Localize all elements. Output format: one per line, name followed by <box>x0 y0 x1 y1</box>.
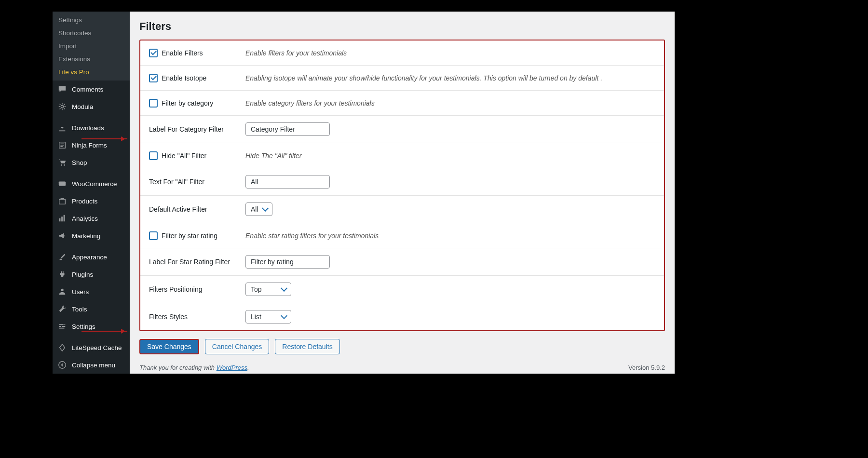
menu-label: Settings <box>72 323 95 330</box>
row-label-star-filter: Label For Star Rating Filter <box>140 248 664 276</box>
menu-item-tools[interactable]: Tools <box>53 300 130 318</box>
section-title: Filters <box>139 20 665 33</box>
menu-item-modula[interactable]: Modula <box>53 98 130 115</box>
row-filters-positioning: Filters Positioning Top <box>140 276 664 303</box>
row-text-all-filter: Text For "All" Filter <box>140 168 664 196</box>
submenu-group: Settings Shortcodes Import Extensions Li… <box>53 12 130 81</box>
field-desc: Hide The "All" filter <box>245 152 655 160</box>
save-button[interactable]: Save Changes <box>139 339 199 354</box>
menu-item-appearance[interactable]: Appearance <box>53 248 130 266</box>
checkbox-label: Filter by category <box>162 99 213 107</box>
checkbox-label: Enable Isotope <box>162 74 206 82</box>
row-label: Label For Star Rating Filter <box>149 258 245 266</box>
gear-icon <box>57 102 67 111</box>
menu-item-products[interactable]: Products <box>53 192 130 210</box>
checkbox-enable-isotope[interactable] <box>149 74 158 82</box>
svg-rect-7 <box>61 216 63 221</box>
field-desc: Enable star rating filters for your test… <box>245 232 655 240</box>
submenu-item-shortcodes[interactable]: Shortcodes <box>53 27 130 40</box>
filters-panel: Enable Filters Enable filters for your t… <box>139 40 665 331</box>
row-label: Label For Category Filter <box>149 125 245 133</box>
menu-item-users[interactable]: Users <box>53 283 130 300</box>
menu-label: Downloads <box>72 124 104 132</box>
row-default-active-filter: Default Active Filter All <box>140 196 664 223</box>
svg-rect-4 <box>59 182 66 186</box>
megaphone-icon <box>57 231 67 241</box>
svg-rect-6 <box>59 218 61 221</box>
restore-button[interactable]: Restore Defaults <box>275 339 339 354</box>
menu-item-marketing[interactable]: Marketing <box>53 227 130 244</box>
annotation-arrow-icon <box>81 138 127 139</box>
sliders-icon <box>57 322 67 331</box>
submenu-item-extensions[interactable]: Extensions <box>53 53 130 66</box>
checkbox-filter-by-star[interactable] <box>149 231 158 240</box>
wrench-icon <box>57 304 67 314</box>
submenu-item-settings[interactable]: Settings <box>53 13 130 27</box>
select-filters-styles[interactable]: List <box>245 310 291 323</box>
menu-label: Ninja Forms <box>72 142 107 149</box>
svg-point-3 <box>64 164 65 166</box>
user-icon <box>57 287 67 296</box>
checkbox-hide-all-filter[interactable] <box>149 151 158 160</box>
menu-item-comments[interactable]: Comments <box>53 81 130 98</box>
svg-point-2 <box>61 164 62 166</box>
menu-item-plugins[interactable]: Plugins <box>53 266 130 283</box>
checkbox-label: Enable Filters <box>162 49 203 57</box>
select-filters-positioning[interactable]: Top <box>245 283 291 296</box>
field-desc: Enabling isotope will animate your show/… <box>245 74 655 82</box>
submenu-item-lite-vs-pro[interactable]: Lite vs Pro <box>53 66 130 79</box>
menu-label: LiteSpeed Cache <box>72 344 122 351</box>
litespeed-icon <box>57 343 67 352</box>
version-label: Version 5.9.2 <box>628 364 665 371</box>
menu-item-analytics[interactable]: Analytics <box>53 210 130 227</box>
cancel-button[interactable]: Cancel Changes <box>205 339 270 354</box>
row-enable-filters: Enable Filters Enable filters for your t… <box>140 40 664 66</box>
footer-prefix: Thank you for creating with <box>139 364 217 371</box>
input-text-all-filter[interactable] <box>245 175 330 189</box>
menu-item-shop[interactable]: Shop <box>53 154 130 171</box>
menu-label: Shop <box>72 159 87 166</box>
row-label: Filters Positioning <box>149 285 245 293</box>
row-label: Text For "All" Filter <box>149 178 245 186</box>
menu-label: Tools <box>72 306 87 313</box>
menu-item-litespeed[interactable]: LiteSpeed Cache <box>53 339 130 356</box>
input-label-star-filter[interactable] <box>245 255 330 269</box>
submenu-item-import[interactable]: Import <box>53 40 130 53</box>
row-enable-isotope: Enable Isotope Enabling isotope will ani… <box>140 66 664 91</box>
svg-point-9 <box>61 289 63 291</box>
form-icon <box>57 140 67 150</box>
button-row: Save Changes Cancel Changes Restore Defa… <box>139 339 665 354</box>
checkbox-enable-filters[interactable] <box>149 49 158 57</box>
menu-label: Products <box>72 198 97 205</box>
row-filter-by-star: Filter by star rating Enable star rating… <box>140 223 664 248</box>
plugin-icon <box>57 269 67 279</box>
menu-label: Analytics <box>72 215 98 222</box>
admin-sidebar: Settings Shortcodes Import Extensions Li… <box>53 12 130 374</box>
download-icon <box>57 123 67 133</box>
menu-item-woocommerce[interactable]: WooCommerce <box>53 175 130 192</box>
row-label: Default Active Filter <box>149 205 245 213</box>
select-default-active-filter[interactable]: All <box>245 202 272 216</box>
menu-item-settings[interactable]: Settings <box>53 318 130 335</box>
menu-label: Users <box>72 288 89 296</box>
row-filters-styles: Filters Styles List <box>140 303 664 330</box>
woocommerce-icon <box>57 179 67 189</box>
field-desc: Enable category filters for your testimo… <box>245 99 655 107</box>
menu-item-downloads[interactable]: Downloads <box>53 119 130 136</box>
footer-link[interactable]: WordPress <box>217 364 247 371</box>
checkbox-label: Hide "All" Filter <box>162 152 206 160</box>
menu-label: Plugins <box>72 271 93 278</box>
field-desc: Enable filters for your testimonials <box>245 49 655 57</box>
row-label-category-filter: Label For Category Filter <box>140 116 664 143</box>
input-label-category-filter[interactable] <box>245 122 330 136</box>
svg-point-0 <box>61 105 63 108</box>
checkbox-filter-by-category[interactable] <box>149 99 158 108</box>
menu-item-collapse[interactable]: Collapse menu <box>53 356 130 374</box>
cart-icon <box>57 158 67 167</box>
analytics-icon <box>57 214 67 223</box>
menu-label: Modula <box>72 103 93 110</box>
comment-icon <box>57 84 67 94</box>
menu-label: Collapse menu <box>72 362 115 369</box>
collapse-icon <box>57 360 67 370</box>
svg-rect-5 <box>59 199 66 204</box>
